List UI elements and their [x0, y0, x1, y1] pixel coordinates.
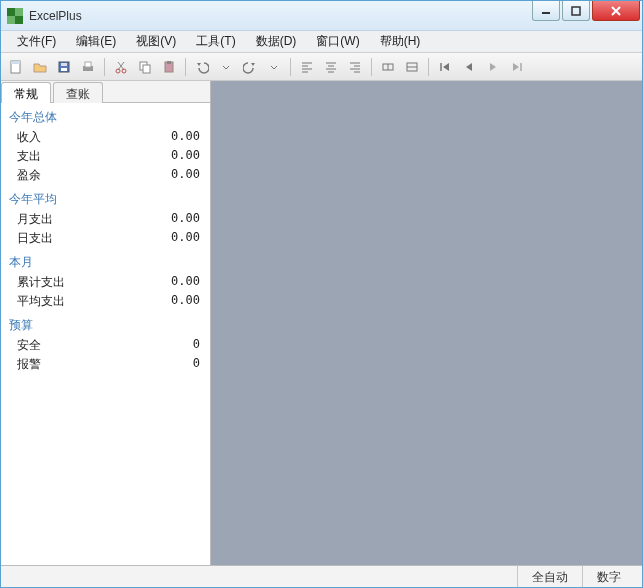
side-panel: 常规 查账 今年总体 收入0.00 支出0.00 盈余0.00 今年平均 月支出…	[1, 81, 211, 565]
summary-sections: 今年总体 收入0.00 支出0.00 盈余0.00 今年平均 月支出0.00 日…	[1, 103, 210, 565]
separator	[428, 58, 429, 76]
app-window: ExcelPlus 文件(F) 编辑(E) 视图(V) 工具(T) 数据(D) …	[0, 0, 643, 588]
menu-window[interactable]: 窗口(W)	[306, 31, 369, 52]
titlebar: ExcelPlus	[1, 1, 642, 31]
section-budget: 预算	[9, 317, 200, 334]
row-month-exp: 月支出0.00	[9, 210, 200, 229]
window-buttons	[530, 1, 640, 21]
separator	[185, 58, 186, 76]
row-safe: 安全0	[9, 336, 200, 355]
svg-rect-16	[143, 65, 150, 73]
close-button[interactable]	[592, 1, 640, 21]
copy-icon[interactable]	[134, 56, 156, 78]
row-expense: 支出0.00	[9, 147, 200, 166]
value-avg-exp: 0.00	[171, 293, 200, 310]
app-icon	[7, 8, 23, 24]
svg-rect-1	[572, 7, 580, 15]
merge-icon[interactable]	[377, 56, 399, 78]
svg-rect-8	[61, 63, 67, 66]
section-year-total: 今年总体	[9, 109, 200, 126]
label-income: 收入	[17, 129, 41, 146]
separator	[290, 58, 291, 76]
cut-icon[interactable]	[110, 56, 132, 78]
undo-icon[interactable]	[191, 56, 213, 78]
label-alert: 报警	[17, 356, 41, 373]
maximize-button[interactable]	[562, 1, 590, 21]
nav-last-icon[interactable]	[506, 56, 528, 78]
value-month-exp: 0.00	[171, 211, 200, 228]
row-alert: 报警0	[9, 355, 200, 374]
print-icon[interactable]	[77, 56, 99, 78]
menu-tools[interactable]: 工具(T)	[186, 31, 245, 52]
undo-dropdown-icon[interactable]	[215, 56, 237, 78]
menu-edit[interactable]: 编辑(E)	[66, 31, 126, 52]
nav-first-icon[interactable]	[434, 56, 456, 78]
separator	[371, 58, 372, 76]
section-this-month: 本月	[9, 254, 200, 271]
nav-prev-icon[interactable]	[458, 56, 480, 78]
label-safe: 安全	[17, 337, 41, 354]
menubar: 文件(F) 编辑(E) 视图(V) 工具(T) 数据(D) 窗口(W) 帮助(H…	[1, 31, 642, 53]
redo-icon[interactable]	[239, 56, 261, 78]
svg-rect-7	[61, 68, 67, 71]
toolbar	[1, 53, 642, 81]
separator	[104, 58, 105, 76]
row-income: 收入0.00	[9, 128, 200, 147]
menu-help[interactable]: 帮助(H)	[370, 31, 431, 52]
nav-next-icon[interactable]	[482, 56, 504, 78]
label-cum-exp: 累计支出	[17, 274, 65, 291]
tab-general[interactable]: 常规	[1, 82, 51, 103]
tab-ledger[interactable]: 查账	[53, 82, 103, 103]
menu-file[interactable]: 文件(F)	[7, 31, 66, 52]
label-day-exp: 日支出	[17, 230, 53, 247]
open-icon[interactable]	[29, 56, 51, 78]
value-safe: 0	[193, 337, 200, 354]
window-title: ExcelPlus	[29, 9, 530, 23]
menu-view[interactable]: 视图(V)	[126, 31, 186, 52]
svg-rect-18	[167, 61, 171, 64]
row-surplus: 盈余0.00	[9, 166, 200, 185]
row-cum-exp: 累计支出0.00	[9, 273, 200, 292]
statusbar-spacer	[1, 566, 517, 587]
svg-rect-5	[11, 61, 20, 64]
paste-icon[interactable]	[158, 56, 180, 78]
workspace[interactable]	[211, 81, 642, 565]
section-year-avg: 今年平均	[9, 191, 200, 208]
status-number: 数字	[582, 566, 642, 587]
value-expense: 0.00	[171, 148, 200, 165]
align-center-icon[interactable]	[320, 56, 342, 78]
side-tabs: 常规 查账	[1, 81, 210, 103]
new-icon[interactable]	[5, 56, 27, 78]
row-day-exp: 日支出0.00	[9, 229, 200, 248]
label-expense: 支出	[17, 148, 41, 165]
statusbar: 全自动 数字	[1, 565, 642, 587]
menu-data[interactable]: 数据(D)	[246, 31, 307, 52]
minimize-button[interactable]	[532, 1, 560, 21]
label-avg-exp: 平均支出	[17, 293, 65, 310]
redo-dropdown-icon[interactable]	[263, 56, 285, 78]
label-surplus: 盈余	[17, 167, 41, 184]
value-income: 0.00	[171, 129, 200, 146]
row-avg-exp: 平均支出0.00	[9, 292, 200, 311]
value-alert: 0	[193, 356, 200, 373]
svg-rect-10	[85, 62, 91, 67]
value-cum-exp: 0.00	[171, 274, 200, 291]
align-left-icon[interactable]	[296, 56, 318, 78]
align-right-icon[interactable]	[344, 56, 366, 78]
save-icon[interactable]	[53, 56, 75, 78]
status-auto: 全自动	[517, 566, 582, 587]
client-area: 常规 查账 今年总体 收入0.00 支出0.00 盈余0.00 今年平均 月支出…	[1, 81, 642, 565]
value-day-exp: 0.00	[171, 230, 200, 247]
value-surplus: 0.00	[171, 167, 200, 184]
label-month-exp: 月支出	[17, 211, 53, 228]
wrap-icon[interactable]	[401, 56, 423, 78]
